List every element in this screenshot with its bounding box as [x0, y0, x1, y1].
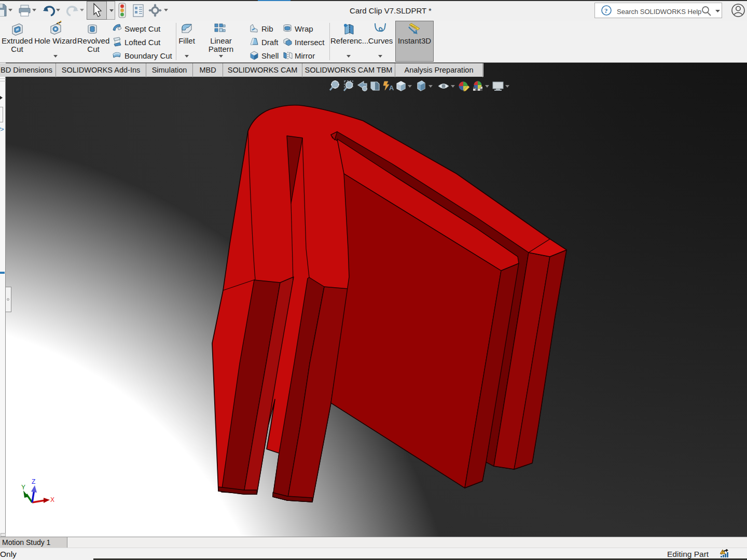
svg-text:?: ?: [604, 7, 608, 15]
svg-text:!: !: [722, 550, 723, 554]
svg-text:X: X: [50, 496, 54, 503]
svg-text:Y: Y: [21, 484, 25, 491]
svg-text:Z: Z: [32, 478, 35, 485]
svg-text:A: A: [389, 84, 394, 92]
